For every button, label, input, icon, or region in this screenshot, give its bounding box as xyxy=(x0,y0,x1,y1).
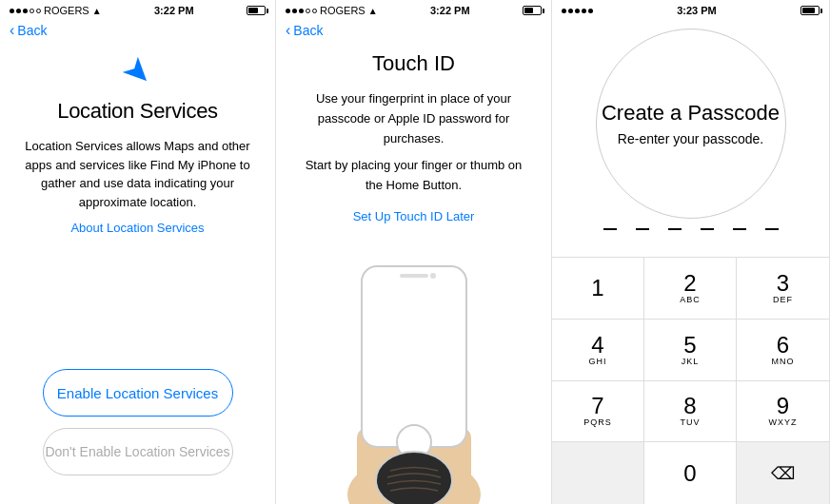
key-number-0: 0 xyxy=(683,462,696,485)
disable-location-label: Don't Enable Location Services xyxy=(45,444,229,459)
create-passcode-title: Create a Passcode xyxy=(602,101,780,126)
svg-point-6 xyxy=(430,273,436,279)
battery-icon-2 xyxy=(523,6,542,15)
battery-icon xyxy=(247,6,266,15)
carrier-1: ROGERS xyxy=(44,5,89,16)
location-body: Location Services allows Maps and other … xyxy=(19,137,256,211)
time-2: 3:22 PM xyxy=(430,5,470,16)
back-label-1: Back xyxy=(17,23,47,38)
reenter-passcode-text: Re-enter your passcode. xyxy=(618,131,763,146)
key-number-3: 3 xyxy=(777,272,789,295)
back-chevron-icon: ‹ xyxy=(10,23,14,38)
battery-fill-3 xyxy=(802,8,815,13)
touch-id-body2: Start by placing your finger or thumb on… xyxy=(295,156,532,196)
setup-later-link[interactable]: Set Up Touch ID Later xyxy=(353,209,475,223)
key-number-6: 6 xyxy=(777,334,789,357)
status-right-2 xyxy=(523,6,542,15)
battery-fill-2 xyxy=(524,8,533,13)
time-3: 3:23 PM xyxy=(677,5,717,16)
numpad: 1 2 ABC 3 DEF 4 GHI 5 JKL 6 MNO xyxy=(552,257,829,504)
passcode-dots xyxy=(603,228,779,230)
svg-rect-5 xyxy=(400,274,428,278)
about-location-link[interactable]: About Location Services xyxy=(70,221,204,235)
key-4[interactable]: 4 GHI xyxy=(552,320,644,381)
location-buttons: Enable Location Services Don't Enable Lo… xyxy=(0,369,275,475)
key-letters-3: DEF xyxy=(773,295,793,304)
time-1: 3:22 PM xyxy=(154,5,194,16)
dot-1 xyxy=(603,228,617,230)
key-empty xyxy=(552,442,644,504)
key-2[interactable]: 2 ABC xyxy=(644,258,737,320)
status-bar-2: ROGERS ▲ 3:22 PM xyxy=(276,0,551,19)
key-number-1: 1 xyxy=(591,277,603,300)
signal-icon-3 xyxy=(562,9,593,13)
dot-6 xyxy=(765,228,779,230)
status-right-3 xyxy=(800,6,820,15)
dot-2 xyxy=(636,228,649,230)
key-letters-9: WXYZ xyxy=(769,417,798,427)
back-button-2[interactable]: ‹ Back xyxy=(276,19,551,42)
key-7[interactable]: 7 PQRS xyxy=(552,381,644,443)
touch-id-title: Touch ID xyxy=(372,51,455,76)
key-8[interactable]: 8 TUV xyxy=(644,381,737,443)
backspace-icon: ⌫ xyxy=(771,465,795,482)
touch-id-body1: Use your fingerprint in place of your pa… xyxy=(295,89,532,148)
carrier-2: ROGERS xyxy=(320,5,366,16)
battery-icon-3 xyxy=(800,6,820,15)
key-1[interactable]: 1 xyxy=(552,258,644,320)
key-letters-7: PQRS xyxy=(583,417,612,427)
status-bar-1: ROGERS ▲ 3:22 PM xyxy=(0,0,275,19)
wifi-icon-2: ▲ xyxy=(368,6,378,16)
key-number-2: 2 xyxy=(683,272,696,295)
enable-location-button[interactable]: Enable Location Services xyxy=(43,369,233,417)
dot-4 xyxy=(701,228,714,230)
key-6[interactable]: 6 MNO xyxy=(737,320,829,381)
key-number-5: 5 xyxy=(683,334,696,357)
disable-location-button[interactable]: Don't Enable Location Services xyxy=(43,428,233,475)
key-number-7: 7 xyxy=(591,395,603,417)
passcode-content: Create a Passcode Re-enter your passcode… xyxy=(552,19,829,504)
svg-rect-3 xyxy=(371,283,457,428)
passcode-circle: Create a Passcode Re-enter your passcode… xyxy=(596,29,786,219)
key-9[interactable]: 9 WXYZ xyxy=(737,381,829,443)
status-left-1: ROGERS ▲ xyxy=(10,5,102,16)
key-backspace[interactable]: ⌫ xyxy=(737,442,829,504)
key-letters-8: TUV xyxy=(681,417,701,427)
enable-location-label: Enable Location Services xyxy=(57,385,218,401)
key-number-9: 9 xyxy=(777,395,789,417)
phone-hand-svg xyxy=(309,238,519,504)
status-left-3 xyxy=(562,9,593,13)
key-letters-5: JKL xyxy=(682,357,700,366)
key-3[interactable]: 3 DEF xyxy=(737,258,829,320)
signal-icon xyxy=(10,9,41,13)
key-number-4: 4 xyxy=(591,334,603,357)
phone-hand-graphic xyxy=(276,257,551,504)
status-left-2: ROGERS ▲ xyxy=(286,5,378,16)
signal-icon-2 xyxy=(286,9,317,13)
status-right-1 xyxy=(247,6,266,15)
battery-fill xyxy=(248,8,258,13)
back-button-1[interactable]: ‹ Back xyxy=(0,19,275,42)
key-letters-2: ABC xyxy=(680,295,701,304)
panel-passcode: 3:23 PM Create a Passcode Re-enter your … xyxy=(552,0,830,504)
back-chevron-icon-2: ‹ xyxy=(286,23,290,38)
wifi-icon: ▲ xyxy=(92,6,102,16)
dot-3 xyxy=(668,228,682,230)
location-arrow-icon: ➤ xyxy=(113,48,162,96)
status-bar-3: 3:23 PM xyxy=(552,0,829,19)
panel-touch-id: ROGERS ▲ 3:22 PM ‹ Back Touch ID Use you… xyxy=(276,0,552,504)
key-5[interactable]: 5 JKL xyxy=(644,320,737,381)
panel-location-services: ROGERS ▲ 3:22 PM ‹ Back ➤ Location Servi… xyxy=(0,0,276,504)
back-label-2: Back xyxy=(293,23,323,38)
key-letters-4: GHI xyxy=(588,357,606,366)
key-0[interactable]: 0 xyxy=(644,442,737,504)
key-number-8: 8 xyxy=(683,395,696,417)
key-letters-6: MNO xyxy=(772,357,795,366)
dot-5 xyxy=(733,228,746,230)
location-title: Location Services xyxy=(57,99,218,124)
